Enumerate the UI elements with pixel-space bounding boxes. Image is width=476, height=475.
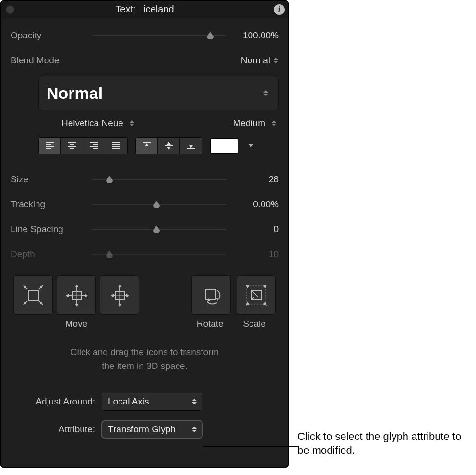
vertical-align-segment [135,137,202,154]
tracking-row: Tracking 0.00% [11,192,279,217]
depth-row: Depth 10 [11,242,279,267]
callout-leader-line [203,446,299,447]
adjust-around-value: Local Axis [108,396,149,407]
panel-title-label: Text: [115,4,135,14]
line-spacing-value[interactable]: 0 [226,224,279,235]
text-style-value: Normal [47,84,260,103]
depth-value: 10 [226,249,279,260]
svg-rect-34 [205,289,216,300]
text-color-well[interactable] [210,138,238,154]
size-label: Size [11,174,92,185]
adjust-around-label: Adjust Around: [11,396,95,407]
tracking-slider-thumb[interactable] [152,200,161,209]
line-spacing-slider[interactable] [92,224,226,235]
size-slider[interactable] [92,174,226,185]
chevron-down-icon [249,144,253,147]
tracking-label: Tracking [11,199,92,210]
font-family-popup[interactable]: Helvetica Neue [60,117,136,130]
transform-hint: Click and drag the icons to transform th… [11,345,279,373]
font-family-value: Helvetica Neue [61,118,123,129]
adjust-around-popup[interactable]: Local Axis [102,393,202,410]
align-left-button[interactable] [39,138,61,154]
color-disclosure-button[interactable] [246,138,256,154]
panel-title: Text: iceland [1,1,288,17]
valign-top-button[interactable] [136,138,158,154]
stepper-caret-icon [271,120,277,126]
blend-mode-value: Normal [241,55,270,66]
align-justify-button[interactable] [105,138,127,154]
stepper-caret-icon [129,120,135,126]
stepper-caret-icon [273,58,279,63]
font-weight-popup[interactable]: Medium [232,117,278,130]
tracking-slider[interactable] [92,199,226,210]
depth-label: Depth [11,249,92,260]
blend-label: Blend Mode [11,55,92,66]
move-xy-tool[interactable] [13,275,53,315]
valign-middle-button[interactable] [158,138,180,154]
blend-mode-popup[interactable]: Normal [92,55,279,66]
opacity-row: Opacity 100.00% [11,23,279,48]
panel-title-name: iceland [143,4,174,14]
info-icon[interactable]: i [274,4,285,15]
move-label: Move [13,319,139,329]
opacity-slider-thumb[interactable] [206,31,214,40]
line-spacing-row: Line Spacing 0 [11,217,279,242]
move-z-tool[interactable] [100,275,139,315]
opacity-value[interactable]: 100.00% [226,30,279,41]
blend-row: Blend Mode Normal [11,48,279,73]
title-bar: Text: iceland i [1,1,288,18]
rotate-tool[interactable] [191,275,231,315]
move-tool-group [13,275,139,315]
valign-bottom-button[interactable] [180,138,202,154]
line-spacing-slider-thumb[interactable] [152,225,161,234]
horizontal-align-segment [38,137,128,154]
opacity-label: Opacity [11,30,92,41]
size-slider-thumb[interactable] [105,175,114,184]
align-center-button[interactable] [61,138,83,154]
font-weight-value: Medium [233,118,265,129]
text-inspector-panel: Text: iceland i Opacity 100.00% Blend Mo… [0,0,289,468]
stepper-caret-icon [263,90,269,96]
move-axes-tool[interactable] [57,275,96,315]
size-value[interactable]: 28 [226,174,279,185]
stepper-caret-icon [191,427,197,432]
scale-label: Scale [233,319,276,329]
align-right-button[interactable] [83,138,105,154]
callout-text: Click to select the glyph attribute to b… [298,430,466,457]
svg-rect-19 [28,290,39,301]
text-style-popup[interactable]: Normal [38,76,279,110]
depth-slider-thumb [105,249,114,259]
line-spacing-label: Line Spacing [11,224,92,235]
attribute-popup[interactable]: Transform Glyph [102,421,202,438]
stepper-caret-icon [191,399,197,404]
scale-tool[interactable] [237,275,276,315]
opacity-slider[interactable] [92,30,226,41]
attribute-value: Transform Glyph [108,424,176,435]
tracking-value[interactable]: 0.00% [226,199,279,210]
depth-slider [92,249,226,260]
close-window-button[interactable] [6,5,14,14]
size-row: Size 28 [11,167,279,192]
attribute-label: Attribute: [11,424,95,435]
rotate-label: Rotate [190,319,230,329]
